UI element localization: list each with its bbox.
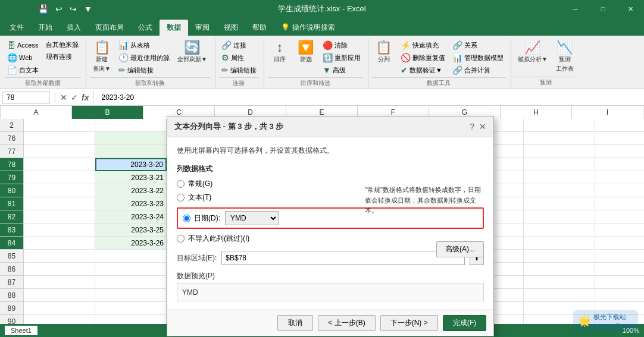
cell-b89[interactable] xyxy=(95,302,167,315)
back-button[interactable]: < 上一步(B) xyxy=(318,315,375,331)
cell-a80[interactable] xyxy=(24,184,95,197)
dialog-close-icon[interactable]: ✕ xyxy=(479,122,486,131)
cell-a90[interactable] xyxy=(24,315,95,324)
row-header-85[interactable]: 85 xyxy=(0,250,23,263)
col-h[interactable]: H xyxy=(501,106,572,119)
quick-access-toolbar[interactable]: 💾 ↩ ↪ ▼ xyxy=(36,3,95,15)
cell-a2[interactable] xyxy=(24,119,95,132)
what-if-btn[interactable]: 📈 模拟分析▼ xyxy=(515,39,551,65)
sheet-tabs[interactable]: Sheet1 xyxy=(5,326,37,335)
cell-h84[interactable] xyxy=(524,237,595,250)
row-header-88[interactable]: 88 xyxy=(0,289,23,302)
cell-i77[interactable] xyxy=(595,145,644,158)
cell-i79[interactable] xyxy=(595,171,644,184)
cell-h87[interactable] xyxy=(524,276,595,289)
cell-b82[interactable]: 2023-3-24 xyxy=(95,210,167,223)
cancel-formula-icon[interactable]: ✕ xyxy=(60,93,67,102)
tab-search[interactable]: 💡操作说明搜索 xyxy=(274,20,342,36)
cell-h81[interactable] xyxy=(524,197,595,210)
cell-b90[interactable] xyxy=(95,315,167,324)
name-box[interactable] xyxy=(2,91,50,104)
undo-btn[interactable]: ↩ xyxy=(53,3,65,15)
cell-a81[interactable] xyxy=(24,197,95,210)
cell-i88[interactable] xyxy=(595,289,644,302)
close-btn[interactable]: ✕ xyxy=(617,0,644,18)
clear-btn[interactable]: 🔴 清除 xyxy=(320,39,363,51)
row-header-80[interactable]: 80 xyxy=(0,184,23,197)
remove-dup-btn[interactable]: 🚫 删除重复值 xyxy=(398,52,448,64)
cell-h86[interactable] xyxy=(524,263,595,276)
cell-i85[interactable] xyxy=(595,250,644,263)
cell-b81[interactable]: 2023-3-23 xyxy=(95,197,167,210)
reapply-btn[interactable]: 🔃 重新应用 xyxy=(320,52,363,64)
advanced-button[interactable]: 高级(A)... xyxy=(436,241,484,257)
cell-a78[interactable] xyxy=(24,158,95,171)
row-header-90[interactable]: 90 xyxy=(0,315,23,324)
from-table-btn[interactable]: 📊 从表格 xyxy=(116,39,172,51)
cell-h83[interactable] xyxy=(524,223,595,237)
cell-b2[interactable] xyxy=(95,119,167,132)
cell-b77[interactable] xyxy=(95,145,167,158)
col-b[interactable]: B xyxy=(72,106,143,119)
advanced-filter-btn[interactable]: ▼ 高级 xyxy=(320,64,363,76)
row-header-78[interactable]: 78 xyxy=(0,158,23,171)
row-header-2[interactable]: 2 xyxy=(0,119,23,132)
cell-h82[interactable] xyxy=(524,210,595,223)
row-header-87[interactable]: 87 xyxy=(0,276,23,289)
tab-insert[interactable]: 插入 xyxy=(60,20,88,36)
validate-btn[interactable]: ✔ 数据验证▼ xyxy=(398,64,448,76)
window-controls[interactable]: ─ □ ✕ xyxy=(562,0,644,18)
access-btn[interactable]: 🗄 Access xyxy=(5,39,41,51)
customize-quick-btn[interactable]: ▼ xyxy=(82,3,95,15)
dialog-help-icon[interactable]: ? xyxy=(470,122,474,131)
manage-model-btn[interactable]: 📊 管理数据模型 xyxy=(450,52,506,64)
cell-a84[interactable] xyxy=(24,237,95,250)
cell-a82[interactable] xyxy=(24,210,95,223)
new-query-btn[interactable]: 📋 新建 查询▼ xyxy=(90,39,114,75)
cell-a85[interactable] xyxy=(24,250,95,263)
cell-h78[interactable] xyxy=(524,158,595,171)
formula-input[interactable] xyxy=(99,91,642,104)
split-btn[interactable]: 📋 分列 xyxy=(372,39,396,65)
maximize-btn[interactable]: □ xyxy=(589,0,617,18)
cell-h88[interactable] xyxy=(524,289,595,302)
cell-b79[interactable]: 2023-3-21 xyxy=(95,171,167,184)
cancel-button[interactable]: 取消 xyxy=(277,315,313,331)
cell-h76[interactable] xyxy=(524,132,595,145)
cell-b83[interactable]: 2023-3-25 xyxy=(95,223,167,237)
cell-a88[interactable] xyxy=(24,289,95,302)
next-button[interactable]: 下一步(N) > xyxy=(380,315,438,331)
recent-sources-btn[interactable]: 🕐 最近使用的源 xyxy=(116,52,172,64)
other-sources-btn[interactable]: 自其他来源 xyxy=(43,39,81,51)
cell-a89[interactable] xyxy=(24,302,95,315)
existing-connections-btn[interactable]: 现有连接 xyxy=(43,51,81,62)
row-header-83[interactable]: 83 xyxy=(0,223,23,237)
cell-b87[interactable] xyxy=(95,276,167,289)
cell-h85[interactable] xyxy=(524,250,595,263)
edit-link-btn[interactable]: ✏ 编辑链接 xyxy=(219,64,259,76)
cell-a79[interactable] xyxy=(24,171,95,184)
cell-b76[interactable] xyxy=(95,132,167,145)
row-header-79[interactable]: 79 xyxy=(0,171,23,184)
radio-date-input[interactable] xyxy=(183,215,190,222)
row-header-86[interactable]: 86 xyxy=(0,263,23,276)
row-header-81[interactable]: 81 xyxy=(0,197,23,210)
tab-home[interactable]: 开始 xyxy=(31,20,60,36)
redo-btn[interactable]: ↪ xyxy=(67,3,79,15)
refresh-all-btn[interactable]: 🔄 全部刷新▼ xyxy=(174,39,210,65)
cell-a87[interactable] xyxy=(24,276,95,289)
cell-i78[interactable] xyxy=(595,158,644,171)
row-header-82[interactable]: 82 xyxy=(0,210,23,223)
cell-b80[interactable]: 2023-3-22 xyxy=(95,184,167,197)
col-a[interactable]: A xyxy=(1,106,72,119)
cell-i87[interactable] xyxy=(595,276,644,289)
cell-a86[interactable] xyxy=(24,263,95,276)
tab-data[interactable]: 数据 xyxy=(160,20,188,36)
web-btn[interactable]: 🌐 Web xyxy=(5,52,41,64)
row-header-77[interactable]: 77 xyxy=(0,145,23,158)
cell-i81[interactable] xyxy=(595,197,644,210)
cell-b84[interactable]: 2023-3-26 xyxy=(95,237,167,250)
radio-normal-input[interactable] xyxy=(177,180,185,188)
tab-file[interactable]: 文件 xyxy=(2,20,31,36)
cell-a77[interactable] xyxy=(24,145,95,158)
